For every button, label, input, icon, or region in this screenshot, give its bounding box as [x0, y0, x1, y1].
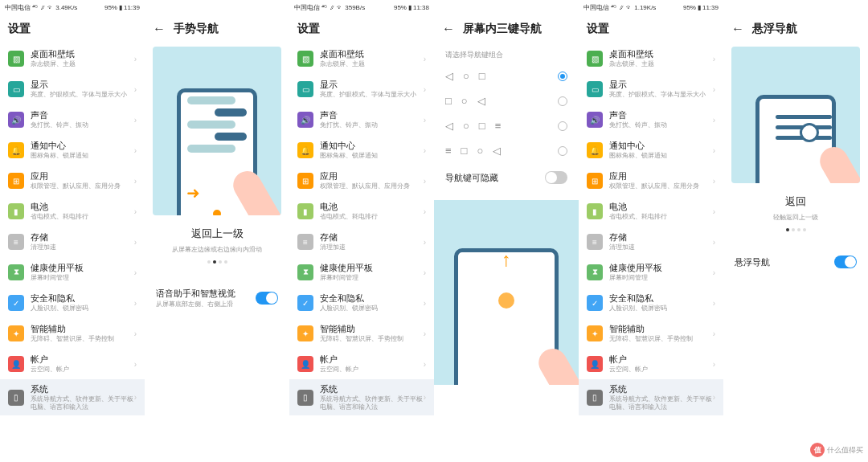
setting-subtitle: 亮度、护眼模式、字体与显示大小	[31, 91, 134, 99]
setting-icon: ▯	[8, 390, 24, 406]
setting-subtitle: 图标角标、锁屏通知	[31, 152, 134, 160]
settings-item[interactable]: ✓ 安全和隐私 人脸识别、锁屏密码 ›	[289, 288, 434, 318]
nav-key-option[interactable]: ◁○□	[434, 63, 579, 88]
settings-item[interactable]: ▧ 桌面和壁纸 杂志锁屏、主题 ›	[289, 43, 434, 74]
settings-item[interactable]: ⊞ 应用 权限管理、默认应用、应用分身 ›	[289, 166, 434, 196]
chevron-right-icon: ›	[134, 299, 137, 308]
settings-item[interactable]: ⊞ 应用 权限管理、默认应用、应用分身 ›	[0, 166, 145, 196]
setting-subtitle: 图标角标、锁屏通知	[320, 152, 424, 160]
nav-key-option[interactable]: □○◁	[434, 88, 579, 113]
settings-item[interactable]: ▯ 系统 系统导航方式、软件更新、关于平板电脑、语言和输入法 ›	[0, 379, 145, 415]
toggle-switch[interactable]	[834, 256, 857, 268]
setting-title: 健康使用平板	[609, 263, 713, 273]
setting-subtitle: 云空间、帐户	[320, 366, 424, 374]
settings-item[interactable]: ▭ 显示 亮度、护眼模式、字体与显示大小 ›	[0, 74, 145, 104]
settings-item[interactable]: 🔊 声音 免打扰、铃声、振动 ›	[289, 104, 434, 135]
floating-title: 返回	[785, 194, 806, 209]
setting-title: 帐户	[31, 354, 134, 365]
chevron-right-icon: ›	[424, 299, 426, 308]
settings-panel-3: 中国电信⁴ᴳ ⫽ᯤ1.19K/s 95%▮11:39 设置 ▧ 桌面和壁纸 杂志…	[579, 0, 723, 462]
setting-title: 电池	[31, 202, 134, 212]
floating-nav-toggle-row[interactable]: 悬浮导航	[723, 247, 868, 276]
radio-button[interactable]	[558, 121, 567, 131]
settings-item[interactable]: ✦ 智能辅助 无障碍、智慧识屏、手势控制 ›	[289, 318, 434, 349]
back-arrow-icon[interactable]: ←	[153, 22, 166, 36]
setting-icon: 🔔	[8, 142, 24, 158]
setting-icon: ⊞	[297, 173, 313, 189]
chevron-right-icon: ›	[713, 360, 715, 369]
settings-item[interactable]: ▯ 系统 系统导航方式、软件更新、关于平板电脑、语言和输入法 ›	[579, 379, 723, 415]
chevron-right-icon: ›	[713, 177, 715, 186]
settings-item[interactable]: ▯ 系统 系统导航方式、软件更新、关于平板电脑、语言和输入法 ›	[289, 379, 434, 415]
settings-item[interactable]: ≡ 存储 清理加速 ›	[0, 227, 145, 257]
settings-item[interactable]: ▧ 桌面和壁纸 杂志锁屏、主题 ›	[579, 43, 723, 74]
settings-item[interactable]: ✓ 安全和隐私 人脸识别、锁屏密码 ›	[0, 288, 145, 318]
settings-item[interactable]: 👤 帐户 云空间、帐户 ›	[0, 349, 145, 379]
settings-list: ▧ 桌面和壁纸 杂志锁屏、主题 › ▭ 显示 亮度、护眼模式、字体与显示大小 ›…	[0, 43, 145, 462]
page-title: 手势导航	[174, 22, 219, 36]
setting-subtitle: 云空间、帐户	[609, 366, 713, 374]
settings-item[interactable]: ▭ 显示 亮度、护眼模式、字体与显示大小 ›	[579, 74, 723, 104]
settings-item[interactable]: ⧗ 健康使用平板 屏幕时间管理 ›	[579, 257, 723, 288]
setting-subtitle: 无障碍、智慧识屏、手势控制	[320, 335, 424, 343]
voice-assistant-toggle-row[interactable]: 语音助手和智慧视觉 从屏幕底部左侧、右侧上滑	[145, 280, 289, 317]
setting-subtitle: 云空间、帐户	[31, 366, 134, 374]
back-arrow-icon[interactable]: ←	[442, 22, 455, 36]
setting-icon: ▯	[297, 390, 313, 406]
settings-item[interactable]: ✦ 智能辅助 无障碍、智慧识屏、手势控制 ›	[579, 318, 723, 349]
page-title: 悬浮导航	[752, 22, 797, 36]
settings-item[interactable]: 👤 帐户 云空间、帐户 ›	[289, 349, 434, 379]
chevron-right-icon: ›	[424, 268, 426, 277]
page-title: 设置	[297, 22, 320, 36]
settings-item[interactable]: ✦ 智能辅助 无障碍、智慧识屏、手势控制 ›	[0, 318, 145, 349]
chevron-right-icon: ›	[713, 393, 715, 402]
setting-subtitle: 清理加速	[609, 243, 713, 251]
floating-description: 轻触返回上一级	[765, 213, 826, 222]
gesture-title: 返回上一级	[191, 227, 244, 241]
toggle-switch[interactable]	[256, 292, 278, 305]
settings-item[interactable]: 🔊 声音 免打扰、铃声、振动 ›	[579, 104, 723, 135]
hide-nav-toggle-row[interactable]: 导航键可隐藏	[434, 163, 579, 192]
nav-key-icon: ○	[463, 120, 469, 132]
settings-item[interactable]: ⊞ 应用 权限管理、默认应用、应用分身 ›	[579, 166, 723, 196]
settings-item[interactable]: 🔔 通知中心 图标角标、锁屏通知 ›	[289, 135, 434, 166]
setting-title: 通知中心	[320, 141, 424, 151]
settings-item[interactable]: ≡ 存储 清理加速 ›	[289, 227, 434, 257]
nav-key-icon: ≡	[495, 120, 502, 132]
settings-item[interactable]: 👤 帐户 云空间、帐户 ›	[579, 349, 723, 379]
settings-header: 设置	[579, 14, 723, 43]
radio-button[interactable]	[558, 72, 567, 81]
setting-icon: ⊞	[587, 173, 603, 189]
nav-key-icon: ≡	[445, 145, 452, 157]
toggle-switch[interactable]	[545, 171, 567, 184]
setting-title: 应用	[31, 171, 134, 182]
pager-dots	[207, 260, 227, 264]
setting-icon: ✓	[8, 295, 24, 311]
back-arrow-icon[interactable]: ←	[731, 22, 744, 36]
settings-item[interactable]: ▭ 显示 亮度、护眼模式、字体与显示大小 ›	[289, 74, 434, 104]
settings-item[interactable]: 🔔 通知中心 图标角标、锁屏通知 ›	[579, 135, 723, 166]
settings-item[interactable]: 🔊 声音 免打扰、铃声、振动 ›	[0, 104, 145, 135]
setting-subtitle: 免打扰、铃声、振动	[320, 121, 424, 129]
settings-item[interactable]: ✓ 安全和隐私 人脸识别、锁屏密码 ›	[579, 288, 723, 318]
setting-title: 桌面和壁纸	[31, 49, 134, 59]
settings-item[interactable]: ▧ 桌面和壁纸 杂志锁屏、主题 ›	[0, 43, 145, 74]
setting-icon: ▭	[587, 81, 603, 97]
settings-item[interactable]: ▮ 电池 省电模式、耗电排行 ›	[0, 196, 145, 227]
radio-button[interactable]	[558, 146, 567, 156]
setting-subtitle: 清理加速	[320, 243, 424, 251]
setting-title: 声音	[609, 110, 713, 121]
chevron-right-icon: ›	[713, 146, 715, 155]
chevron-right-icon: ›	[134, 393, 137, 402]
settings-item[interactable]: ≡ 存储 清理加速 ›	[579, 227, 723, 257]
settings-item[interactable]: ▮ 电池 省电模式、耗电排行 ›	[289, 196, 434, 227]
nav-key-option[interactable]: ≡□○◁	[434, 138, 579, 163]
setting-icon: ⧗	[8, 264, 24, 280]
settings-item[interactable]: ▮ 电池 省电模式、耗电排行 ›	[579, 196, 723, 227]
radio-button[interactable]	[558, 96, 567, 106]
chevron-right-icon: ›	[134, 207, 137, 216]
settings-item[interactable]: 🔔 通知中心 图标角标、锁屏通知 ›	[0, 135, 145, 166]
settings-item[interactable]: ⧗ 健康使用平板 屏幕时间管理 ›	[289, 257, 434, 288]
nav-key-option[interactable]: ◁○□≡	[434, 113, 579, 138]
settings-item[interactable]: ⧗ 健康使用平板 屏幕时间管理 ›	[0, 257, 145, 288]
